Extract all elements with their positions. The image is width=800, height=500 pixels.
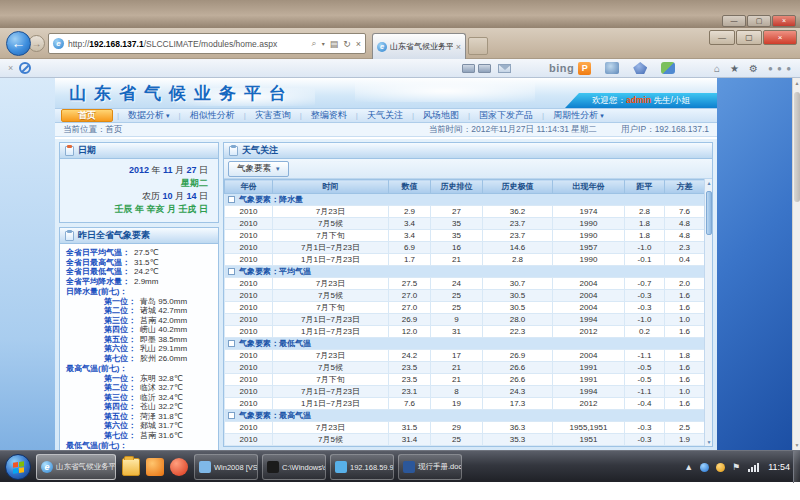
minimize-icon[interactable]: — <box>722 15 746 27</box>
hidden-icons-button[interactable]: ▲ <box>684 462 693 472</box>
taskbar-window-button[interactable]: C:\Windows\s... <box>262 454 326 480</box>
table-row[interactable]: 20107月下旬31.42535.31951-0.31.9 <box>225 446 705 447</box>
table-row[interactable]: 20107月5候23.52126.61991-0.51.6 <box>225 362 705 374</box>
group-title: 气象要素：最低气温 <box>239 339 311 348</box>
toolbar-close-icon[interactable]: × <box>8 63 13 73</box>
scroll-down-icon[interactable]: ▼ <box>705 439 712 445</box>
refresh-icon[interactable]: ↻ <box>343 39 351 49</box>
maximize-button[interactable]: ▢ <box>736 30 762 45</box>
table-row[interactable]: 20107月下旬23.52126.61991-0.51.6 <box>225 374 705 386</box>
app-icon-orange[interactable] <box>146 458 164 476</box>
browser-scrollbar[interactable]: ▲ ▼ <box>792 78 800 450</box>
taskbar-window-button[interactable]: 192.168.59.99... <box>330 454 394 480</box>
media-player-icon[interactable] <box>170 458 188 476</box>
nav-item-8[interactable]: 国家下发产品 <box>470 109 542 122</box>
tray-app-icon[interactable] <box>716 463 725 472</box>
maximize-icon[interactable]: ▢ <box>747 15 771 27</box>
table-cell: 7月23日 <box>273 350 389 362</box>
table-row[interactable]: 20101月1日~7月23日7.61917.32012-0.41.6 <box>225 398 705 410</box>
checkbox[interactable] <box>228 196 235 203</box>
table-row[interactable]: 20107月5候31.42535.31951-0.31.9 <box>225 434 705 446</box>
table-row[interactable]: 20107月5候27.02530.52004-0.31.6 <box>225 290 705 302</box>
group-row[interactable]: 气象要素：最高气温 <box>225 410 705 422</box>
chevron-down-icon[interactable]: ▾ <box>322 40 325 47</box>
table-row[interactable]: 20101月1日~7月23日1.7212.81990-0.10.4 <box>225 254 705 266</box>
scrollbar-thumb[interactable] <box>794 92 800 202</box>
table-scrollbar-thumb[interactable] <box>706 191 712 235</box>
gear-icon[interactable]: ⚙ <box>749 63 758 74</box>
folder-icon[interactable] <box>122 458 140 476</box>
bing-logo[interactable]: bing P <box>549 62 591 75</box>
address-bar[interactable]: e http://192.168.137.1/SLCCLIMATE/module… <box>48 33 366 54</box>
table-cell: 35.3 <box>483 446 553 447</box>
table-row[interactable]: 20101月1日~7月23日12.03122.320120.21.6 <box>225 326 705 338</box>
nav-item-4[interactable]: 灾害查询 <box>246 109 300 122</box>
table-row[interactable]: 20107月1日~7月23日6.91614.61957-1.02.3 <box>225 242 705 254</box>
nav-item-6[interactable]: 天气关注 <box>358 109 412 122</box>
column-header: 数值 <box>389 180 431 194</box>
more-dots-icon[interactable]: ● ● ● <box>768 64 792 73</box>
group-row[interactable]: 气象要素：最低气温 <box>225 338 705 350</box>
table-row[interactable]: 20107月5候3.43523.719901.84.8 <box>225 218 705 230</box>
bing-button[interactable]: P <box>578 62 591 75</box>
table-row[interactable]: 20107月23日24.21726.92004-1.11.8 <box>225 350 705 362</box>
people-icon[interactable] <box>661 62 675 74</box>
nav-item-5[interactable]: 整编资料 <box>302 109 356 122</box>
taskbar-window-button[interactable]: Win2008 [VS2... <box>194 454 258 480</box>
tab-close-icon[interactable]: × <box>456 42 461 52</box>
scroll-down-icon[interactable]: ▼ <box>793 442 800 448</box>
favorites-addon-icon[interactable] <box>633 62 647 74</box>
nav-item-7[interactable]: 风场地图 <box>414 109 468 122</box>
ie-favicon: e <box>53 38 64 49</box>
table-cell: 25 <box>431 434 483 446</box>
checkbox[interactable] <box>228 340 235 347</box>
mail-icon[interactable] <box>498 64 511 73</box>
show-desktop-button[interactable] <box>793 451 800 483</box>
stop-icon[interactable]: × <box>356 39 361 49</box>
calendar-body: 2012 年 11 月 27 日 星期二 农历 10 月 14 日 壬辰 年 辛… <box>60 159 218 222</box>
scroll-up-icon[interactable]: ▲ <box>793 80 800 86</box>
new-tab-button[interactable] <box>468 37 488 55</box>
table-row[interactable]: 20107月23日27.52430.72004-0.72.0 <box>225 278 705 290</box>
nav-item-1[interactable]: 首页 <box>61 109 113 122</box>
card-icon[interactable] <box>478 64 491 73</box>
back-button[interactable]: ← <box>6 31 31 56</box>
checkbox[interactable] <box>228 412 235 419</box>
table-row[interactable]: 20107月1日~7月23日23.1824.31994-1.11.0 <box>225 386 705 398</box>
taskbar-active-window[interactable]: e 山东省气候业务平... <box>36 454 116 480</box>
taskbar-window-button[interactable]: 现行手册.docx ... <box>398 454 462 480</box>
scroll-up-icon[interactable]: ▲ <box>705 180 712 186</box>
element-filter-button[interactable]: 气象要素 ▾ <box>228 161 289 177</box>
clock[interactable]: 11:54 <box>768 462 790 472</box>
start-button[interactable] <box>5 454 31 480</box>
nav-item-9[interactable]: 周期性分析▾ <box>544 109 613 122</box>
action-center-flag-icon[interactable]: ⚑ <box>732 462 740 472</box>
compatibility-icon[interactable]: ▤ <box>330 39 339 49</box>
table-row[interactable]: 20107月下旬3.43523.719901.84.8 <box>225 230 705 242</box>
group-row[interactable]: 气象要素：平均气温 <box>225 266 705 278</box>
close-icon[interactable]: × <box>772 15 796 27</box>
table-row[interactable]: 20107月1日~7月23日26.9928.01994-1.01.0 <box>225 314 705 326</box>
rank-label: 第七位： <box>104 431 136 441</box>
home-icon[interactable]: ⌂ <box>714 63 720 74</box>
table-cell: 2004 <box>553 302 625 314</box>
table-cell: 7月23日 <box>273 422 389 434</box>
network-icon[interactable] <box>747 463 759 472</box>
tray-app-icon[interactable] <box>700 463 709 472</box>
card-icon[interactable] <box>462 64 475 73</box>
group-row[interactable]: 气象要素：降水量 <box>225 194 705 206</box>
browser-tab[interactable]: e 山东省气候业务平... × <box>372 33 466 59</box>
table-row[interactable]: 20107月下旬27.02530.52004-0.31.6 <box>225 302 705 314</box>
table-row[interactable]: 20107月23日31.52936.31955,1951-0.32.5 <box>225 422 705 434</box>
table-cell: -0.3 <box>625 446 665 447</box>
table-row[interactable]: 20107月23日2.92736.219742.87.6 <box>225 206 705 218</box>
table-scrollbar[interactable]: ▲ ▼ <box>704 179 712 446</box>
nav-item-3[interactable]: 相似性分析 <box>181 109 244 122</box>
search-icon[interactable]: ⌕ <box>312 38 317 49</box>
minimize-button[interactable]: — <box>709 30 735 45</box>
close-button[interactable]: × <box>763 30 797 45</box>
nav-item-2[interactable]: 数据分析▾ <box>119 109 179 122</box>
star-icon[interactable]: ★ <box>730 63 739 74</box>
messenger-icon[interactable] <box>605 62 619 74</box>
checkbox[interactable] <box>228 268 235 275</box>
